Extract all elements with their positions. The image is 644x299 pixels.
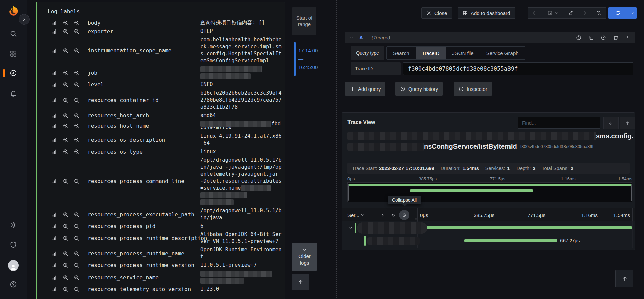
stats-icon[interactable] xyxy=(52,149,57,155)
filter-for-value-icon[interactable] xyxy=(63,97,68,103)
collapse-all-button[interactable] xyxy=(399,210,409,220)
find-prev-button[interactable] xyxy=(620,117,635,129)
span-row[interactable] xyxy=(342,221,635,234)
link-button[interactable] xyxy=(565,8,578,18)
stats-icon[interactable] xyxy=(52,251,57,256)
query-history-button[interactable]: Query history xyxy=(395,82,443,96)
span-bar[interactable] xyxy=(464,239,557,242)
filter-for-value-icon[interactable] xyxy=(63,113,68,118)
alerting-bell-icon[interactable] xyxy=(10,89,17,97)
stats-icon[interactable] xyxy=(52,137,57,143)
stats-icon[interactable] xyxy=(52,20,57,26)
filter-out-value-icon[interactable] xyxy=(74,262,79,268)
find-next-button[interactable] xyxy=(603,117,619,129)
stats-icon[interactable] xyxy=(52,82,57,87)
sidebar-expand-button[interactable] xyxy=(19,14,30,25)
zoom-out-range-button[interactable] xyxy=(591,8,606,18)
filter-out-value-icon[interactable] xyxy=(74,251,79,256)
stats-icon[interactable] xyxy=(52,235,57,241)
explore-icon[interactable] xyxy=(10,69,17,77)
scroll-up-button[interactable] xyxy=(292,274,309,290)
filter-for-value-icon[interactable] xyxy=(63,262,68,268)
time-shift-back-button[interactable] xyxy=(528,8,541,18)
span-row[interactable]: 667.27μs xyxy=(342,234,635,247)
filter-out-value-icon[interactable] xyxy=(74,149,79,155)
help-icon[interactable] xyxy=(10,281,17,288)
filter-for-value-icon[interactable] xyxy=(63,70,68,76)
grafana-logo-icon[interactable] xyxy=(7,5,19,17)
scroll-to-top-button[interactable] xyxy=(615,270,633,287)
filter-out-value-icon[interactable] xyxy=(74,48,79,53)
filter-out-value-icon[interactable] xyxy=(74,137,79,143)
stats-icon[interactable] xyxy=(52,223,57,229)
refresh-icon-button[interactable] xyxy=(608,7,627,19)
stats-icon[interactable] xyxy=(52,275,57,280)
filter-out-value-icon[interactable] xyxy=(74,70,79,76)
query-type-tab-search[interactable]: Search xyxy=(387,47,416,59)
stats-icon[interactable] xyxy=(52,70,57,76)
query-row-header[interactable]: A (Tempo) xyxy=(345,32,635,43)
filter-out-value-icon[interactable] xyxy=(74,82,79,87)
filter-for-value-icon[interactable] xyxy=(63,149,68,155)
filter-out-value-icon[interactable] xyxy=(74,235,79,241)
filter-out-value-icon[interactable] xyxy=(74,123,79,129)
start-of-range-marker[interactable]: Start of range xyxy=(292,7,316,35)
filter-out-value-icon[interactable] xyxy=(74,97,79,103)
expand-one-button[interactable] xyxy=(378,211,386,219)
filter-for-value-icon[interactable] xyxy=(63,286,68,292)
add-query-button[interactable]: Add query xyxy=(345,82,385,96)
filter-out-value-icon[interactable] xyxy=(74,212,79,217)
run-query-button[interactable] xyxy=(608,7,637,19)
filter-out-value-icon[interactable] xyxy=(74,223,79,229)
duplicate-query-icon[interactable] xyxy=(588,35,594,40)
query-type-tab-service-graph[interactable]: Service Graph xyxy=(480,47,525,59)
run-interval-dropdown[interactable] xyxy=(627,7,637,19)
collapse-query-icon[interactable] xyxy=(349,35,354,40)
add-to-dashboard-button[interactable]: Add to dashboard xyxy=(458,7,515,19)
settings-gear-icon[interactable] xyxy=(10,221,17,229)
apps-icon[interactable] xyxy=(10,50,17,57)
filter-for-value-icon[interactable] xyxy=(63,28,68,34)
column-resize-grip[interactable] xyxy=(415,217,417,221)
filter-out-value-icon[interactable] xyxy=(74,113,79,118)
filter-for-value-icon[interactable] xyxy=(63,178,68,184)
filter-for-value-icon[interactable] xyxy=(63,82,68,87)
filter-for-value-icon[interactable] xyxy=(63,235,68,241)
close-button[interactable]: Close xyxy=(421,7,452,19)
minimap-drag-handle[interactable] xyxy=(631,184,632,201)
user-avatar[interactable] xyxy=(8,260,19,271)
filter-for-value-icon[interactable] xyxy=(63,212,68,217)
filter-out-value-icon[interactable] xyxy=(74,286,79,292)
drag-handle-icon[interactable] xyxy=(626,35,631,40)
older-logs-button[interactable]: Older logs xyxy=(292,243,317,271)
span-collapse-icon[interactable] xyxy=(348,225,353,230)
stats-icon[interactable] xyxy=(52,286,57,292)
minimap-drag-handle[interactable] xyxy=(348,184,349,201)
stats-icon[interactable] xyxy=(52,48,57,53)
filter-for-value-icon[interactable] xyxy=(63,137,68,143)
filter-out-value-icon[interactable] xyxy=(74,28,79,34)
security-shield-icon[interactable] xyxy=(10,241,17,248)
stats-icon[interactable] xyxy=(52,178,57,184)
inspector-button[interactable]: Inspector xyxy=(454,82,492,96)
stats-icon[interactable] xyxy=(52,262,57,268)
query-type-tab-traceid[interactable]: TraceID xyxy=(416,47,446,59)
filter-for-value-icon[interactable] xyxy=(63,251,68,256)
service-operation-column-header[interactable]: Ser... xyxy=(347,208,365,221)
span-bar[interactable] xyxy=(417,226,632,229)
trace-id-input[interactable] xyxy=(403,62,633,75)
time-picker-button[interactable] xyxy=(541,8,565,18)
query-help-icon[interactable] xyxy=(576,35,581,40)
filter-for-value-icon[interactable] xyxy=(63,20,68,26)
filter-out-value-icon[interactable] xyxy=(74,275,79,280)
stats-icon[interactable] xyxy=(52,123,57,129)
filter-out-value-icon[interactable] xyxy=(74,178,79,184)
filter-for-value-icon[interactable] xyxy=(63,275,68,280)
search-icon[interactable] xyxy=(10,30,17,37)
filter-for-value-icon[interactable] xyxy=(63,48,68,53)
stats-icon[interactable] xyxy=(52,28,57,34)
stats-icon[interactable] xyxy=(52,212,57,217)
query-type-tab-json-file[interactable]: JSON file xyxy=(446,47,480,59)
stats-icon[interactable] xyxy=(52,113,57,118)
delete-query-icon[interactable] xyxy=(613,35,619,40)
